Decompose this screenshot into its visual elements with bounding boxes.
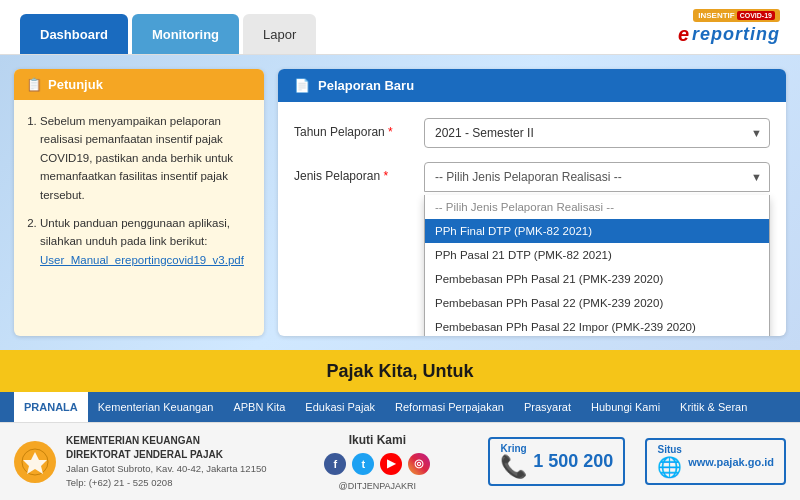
tab-lapor[interactable]: Lapor: [243, 14, 316, 54]
nav-kritik[interactable]: Kritik & Seran: [670, 392, 757, 422]
nav-prasyarat[interactable]: Prasyarat: [514, 392, 581, 422]
jenis-row: Jenis Pelaporan * -- Pilih Jenis Pelapor…: [294, 162, 770, 192]
dropdown-item-pmk239-pph21[interactable]: Pembebasan PPh Pasal 21 (PMK-239 2020): [425, 267, 769, 291]
dropdown-item-pmk239-pph22[interactable]: Pembebasan PPh Pasal 22 (PMK-239 2020): [425, 291, 769, 315]
jenis-required: *: [383, 169, 388, 183]
nav-hubungi[interactable]: Hubungi Kami: [581, 392, 670, 422]
tahun-label: Tahun Pelaporan *: [294, 118, 414, 139]
web-icon: 🌐: [657, 455, 682, 479]
jenis-dropdown: -- Pilih Jenis Pelaporan Realisasi -- PP…: [424, 195, 770, 336]
dropdown-item-pph-final[interactable]: PPh Final DTP (PMK-82 2021): [425, 219, 769, 243]
petunjuk-item-2: Untuk panduan penggunaan aplikasi, silah…: [40, 214, 252, 269]
main-content: 📋 Petunjuk Sebelum menyampaikan pelapora…: [0, 55, 800, 350]
pelaporan-body: Tahun Pelaporan * 2021 - Semester II ▼ J…: [278, 102, 786, 222]
nav-edukasi[interactable]: Edukasi Pajak: [295, 392, 385, 422]
instagram-icon[interactable]: ◎: [408, 453, 430, 475]
nav-reformasi[interactable]: Reformasi Perpajakan: [385, 392, 514, 422]
tahun-select[interactable]: 2021 - Semester II: [424, 118, 770, 148]
jenis-label: Jenis Pelaporan *: [294, 162, 414, 183]
ministry-text: KEMENTERIAN KEUANGAN DIREKTORAT JENDERAL…: [66, 434, 267, 489]
nav-pranala[interactable]: PRANALA: [14, 392, 88, 422]
kring-number: 1 500 200: [533, 451, 613, 472]
tab-dashboard[interactable]: Dashboard: [20, 14, 128, 54]
twitter-icon[interactable]: t: [352, 453, 374, 475]
kring-box: Kring 📞 1 500 200: [488, 437, 625, 486]
logo-area: INSENTIF COVID-19 e reporting: [678, 9, 780, 46]
tab-monitoring[interactable]: Monitoring: [132, 14, 239, 54]
file-icon: 📄: [294, 78, 310, 93]
youtube-icon[interactable]: ▶: [380, 453, 402, 475]
e-logo: e: [678, 23, 689, 46]
pelaporan-panel: 📄 Pelaporan Baru Tahun Pelaporan * 2021 …: [278, 69, 786, 336]
petunjuk-item-1: Sebelum menyampaikan pelaporan realisasi…: [40, 112, 252, 204]
situs-url: www.pajak.go.id: [688, 456, 774, 468]
yellow-banner: Pajak Kita, Untuk: [0, 350, 800, 392]
social-icons-row: f t ▶ ◎: [324, 453, 430, 475]
header: Dashboard Monitoring Lapor INSENTIF COVI…: [0, 0, 800, 55]
footer-situs: Situs 🌐 www.pajak.go.id: [645, 438, 786, 485]
tahun-row: Tahun Pelaporan * 2021 - Semester II ▼: [294, 118, 770, 148]
dropdown-item-pph22-impor-239[interactable]: Pembebasan PPh Pasal 22 Impor (PMK-239 2…: [425, 315, 769, 336]
nav-apbn[interactable]: APBN Kita: [223, 392, 295, 422]
phone-icon: 📞: [500, 454, 527, 480]
insentif-badge: INSENTIF COVID-19: [693, 9, 780, 22]
reporting-logo: reporting: [692, 24, 780, 45]
footer: KEMENTERIAN KEUANGAN DIREKTORAT JENDERAL…: [0, 422, 800, 500]
jenis-select[interactable]: -- Pilih Jenis Pelaporan Realisasi --: [424, 162, 770, 192]
tahun-wrapper: 2021 - Semester II ▼: [424, 118, 770, 148]
nav-kemenkeu[interactable]: Kementerian Keuangan: [88, 392, 224, 422]
footer-social: Ikuti Kami f t ▶ ◎ @DITJENPAJAKRI: [287, 433, 469, 491]
dropdown-item-placeholder[interactable]: -- Pilih Jenis Pelaporan Realisasi --: [425, 195, 769, 219]
petunjuk-header: 📋 Petunjuk: [14, 69, 264, 100]
jenis-wrapper: -- Pilih Jenis Pelaporan Realisasi -- ▼ …: [424, 162, 770, 192]
social-title: Ikuti Kami: [349, 433, 406, 447]
tahun-required: *: [388, 125, 393, 139]
footer-left: KEMENTERIAN KEUANGAN DIREKTORAT JENDERAL…: [14, 434, 267, 489]
dropdown-item-pph21[interactable]: PPh Pasal 21 DTP (PMK-82 2021): [425, 243, 769, 267]
footer-kring: Kring 📞 1 500 200: [488, 437, 625, 486]
situs-box: Situs 🌐 www.pajak.go.id: [645, 438, 786, 485]
book-icon: 📋: [26, 77, 42, 92]
nav-tabs: Dashboard Monitoring Lapor: [20, 0, 316, 54]
bottom-nav: PRANALA Kementerian Keuangan APBN Kita E…: [0, 392, 800, 422]
social-handle: @DITJENPAJAKRI: [339, 481, 416, 491]
pelaporan-header: 📄 Pelaporan Baru: [278, 69, 786, 102]
petunjuk-panel: 📋 Petunjuk Sebelum menyampaikan pelapora…: [14, 69, 264, 336]
petunjuk-body: Sebelum menyampaikan pelaporan realisasi…: [14, 100, 264, 291]
facebook-icon[interactable]: f: [324, 453, 346, 475]
ministry-logo-icon: [14, 441, 56, 483]
manual-link[interactable]: User_Manual_ereportingcovid19_v3.pdf: [40, 254, 244, 266]
